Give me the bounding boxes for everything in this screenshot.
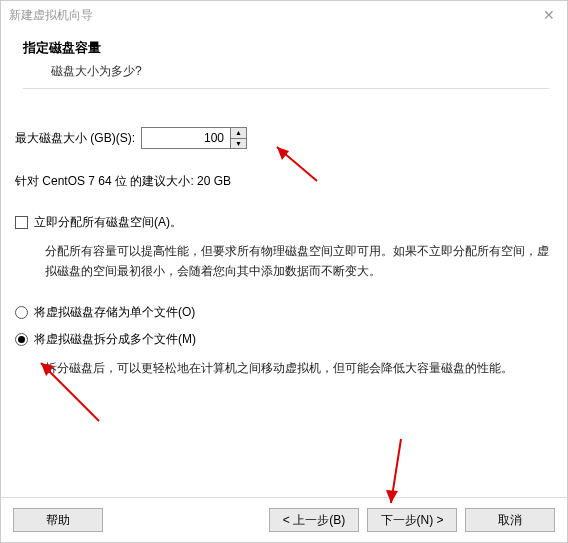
svg-line-4 bbox=[391, 439, 401, 503]
page-title: 指定磁盘容量 bbox=[23, 39, 549, 57]
wizard-content: 最大磁盘大小 (GB)(S): ▲ ▼ 针对 CentOS 7 64 位 的建议… bbox=[1, 95, 567, 378]
wizard-footer: 帮助 < 上一步(B) 下一步(N) > 取消 bbox=[1, 497, 567, 542]
disk-recommendation: 针对 CentOS 7 64 位 的建议大小: 20 GB bbox=[15, 173, 553, 190]
cancel-button[interactable]: 取消 bbox=[465, 508, 555, 532]
allocate-description: 分配所有容量可以提高性能，但要求所有物理磁盘空间立即可用。如果不立即分配所有空间… bbox=[45, 241, 553, 282]
allocate-now-row[interactable]: 立即分配所有磁盘空间(A)。 bbox=[15, 214, 553, 231]
disk-size-spinner[interactable]: ▲ ▼ bbox=[141, 127, 247, 149]
disk-size-row: 最大磁盘大小 (GB)(S): ▲ ▼ bbox=[15, 127, 553, 149]
wizard-header: 指定磁盘容量 磁盘大小为多少? bbox=[1, 29, 567, 95]
disk-size-input[interactable] bbox=[142, 128, 230, 148]
store-single-label: 将虚拟磁盘存储为单个文件(O) bbox=[34, 304, 195, 321]
store-single-radio[interactable] bbox=[15, 306, 28, 319]
page-subtitle: 磁盘大小为多少? bbox=[23, 63, 549, 80]
store-split-row[interactable]: 将虚拟磁盘拆分成多个文件(M) bbox=[15, 331, 553, 348]
disk-size-label: 最大磁盘大小 (GB)(S): bbox=[15, 130, 135, 147]
window-title: 新建虚拟机向导 bbox=[9, 7, 539, 24]
next-button[interactable]: 下一步(N) > bbox=[367, 508, 457, 532]
titlebar: 新建虚拟机向导 ✕ bbox=[1, 1, 567, 29]
close-icon[interactable]: ✕ bbox=[539, 7, 559, 23]
store-split-label: 将虚拟磁盘拆分成多个文件(M) bbox=[34, 331, 196, 348]
divider bbox=[23, 88, 549, 89]
allocate-now-checkbox[interactable] bbox=[15, 216, 28, 229]
spinner-buttons: ▲ ▼ bbox=[230, 128, 246, 148]
back-button[interactable]: < 上一步(B) bbox=[269, 508, 359, 532]
store-single-row[interactable]: 将虚拟磁盘存储为单个文件(O) bbox=[15, 304, 553, 321]
spinner-up-icon[interactable]: ▲ bbox=[231, 128, 246, 138]
help-button[interactable]: 帮助 bbox=[13, 508, 103, 532]
split-description: 拆分磁盘后，可以更轻松地在计算机之间移动虚拟机，但可能会降低大容量磁盘的性能。 bbox=[45, 358, 553, 378]
spinner-down-icon[interactable]: ▼ bbox=[231, 138, 246, 149]
store-split-radio[interactable] bbox=[15, 333, 28, 346]
wizard-window: 新建虚拟机向导 ✕ 指定磁盘容量 磁盘大小为多少? 最大磁盘大小 (GB)(S)… bbox=[0, 0, 568, 543]
allocate-now-label: 立即分配所有磁盘空间(A)。 bbox=[34, 214, 182, 231]
